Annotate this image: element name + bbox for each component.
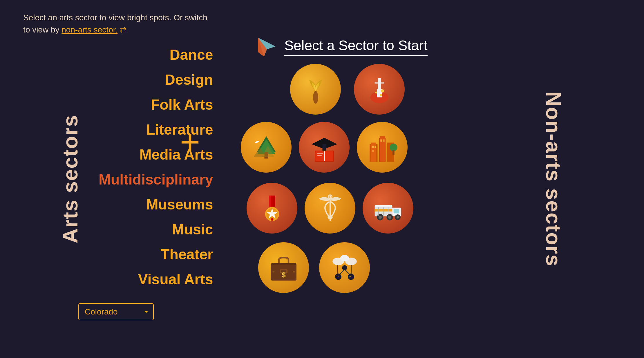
svg-point-57	[396, 216, 399, 218]
education-icon	[308, 131, 340, 163]
select-sector-panel: Select a Sector to Start	[255, 35, 428, 64]
svg-rect-30	[372, 146, 374, 148]
svg-rect-24	[317, 155, 321, 156]
svg-rect-36	[392, 150, 395, 155]
agriculture-icon	[300, 73, 332, 105]
tech-icon: 01 01	[329, 252, 361, 284]
urban-icon	[366, 131, 398, 163]
arts-sector-list: Dance Design Folk Arts Literature Media …	[99, 46, 213, 288]
svg-text:01: 01	[336, 275, 339, 278]
svg-point-71	[340, 255, 349, 261]
science-icon	[363, 73, 395, 105]
svg-rect-34	[383, 139, 385, 142]
svg-rect-39	[273, 196, 275, 207]
circle-environment[interactable]	[241, 122, 292, 173]
svg-point-55	[388, 216, 391, 219]
non-arts-sectors-label: Non-arts sectors	[542, 91, 565, 267]
sector-design[interactable]: Design	[99, 71, 213, 88]
switch-icon: ⇄	[120, 25, 126, 34]
sector-theater[interactable]: Theater	[99, 246, 213, 263]
svg-rect-32	[372, 150, 374, 152]
health-icon	[314, 192, 346, 224]
svg-point-68	[293, 270, 295, 272]
non-arts-link[interactable]: non-arts sector.	[61, 25, 117, 34]
sector-dance[interactable]: Dance	[99, 46, 213, 63]
military-icon	[256, 192, 288, 224]
circle-science[interactable]	[354, 64, 405, 115]
sector-music[interactable]: Music	[99, 221, 213, 238]
circle-agriculture[interactable]	[290, 64, 341, 115]
sector-multidisciplinary[interactable]: Multidisciplinary	[99, 171, 213, 188]
svg-rect-26	[371, 142, 376, 162]
circle-transport[interactable]	[363, 183, 413, 234]
svg-point-75	[342, 265, 347, 270]
sector-museums[interactable]: Museums	[99, 196, 213, 213]
svg-point-8	[381, 89, 384, 93]
transport-icon	[372, 192, 404, 224]
circle-urban[interactable]	[357, 122, 408, 173]
circle-military[interactable]	[247, 183, 297, 234]
environment-icon	[250, 131, 282, 163]
svg-rect-31	[375, 146, 376, 148]
circle-health[interactable]	[305, 183, 355, 234]
svg-text:01: 01	[349, 275, 353, 278]
svg-rect-33	[380, 139, 382, 142]
state-dropdown[interactable]: Colorado Alabama Alaska Arizona Arkansas…	[78, 303, 154, 320]
select-sector-title: Select a Sector to Start	[284, 37, 428, 56]
cursor-icon	[255, 35, 278, 58]
sector-folk-arts[interactable]: Folk Arts	[99, 96, 213, 113]
circle-education[interactable]	[299, 122, 350, 173]
finance-icon: $	[268, 252, 300, 284]
svg-point-53	[379, 216, 382, 219]
instruction-text: Select an arts sector to view bright spo…	[23, 12, 207, 36]
svg-point-9	[375, 91, 377, 93]
svg-point-43	[271, 218, 273, 221]
select-sector-header: Select a Sector to Start	[255, 35, 428, 58]
svg-rect-38	[269, 196, 271, 207]
plus-symbol: +	[180, 122, 200, 162]
svg-rect-3	[378, 78, 381, 89]
svg-rect-23	[317, 153, 323, 153]
arts-sectors-label: Arts sectors	[58, 115, 82, 243]
svg-text:$: $	[282, 271, 286, 279]
instruction-line1: Select an arts sector to view bright spo…	[23, 13, 207, 22]
svg-rect-51	[393, 209, 399, 213]
instruction-line2: to view by	[23, 25, 59, 34]
circle-finance[interactable]: $	[258, 242, 309, 293]
svg-point-46	[329, 216, 332, 219]
sector-visual-arts[interactable]: Visual Arts	[99, 271, 213, 288]
svg-point-2	[313, 91, 318, 104]
svg-point-10	[380, 94, 382, 96]
svg-point-67	[272, 270, 274, 272]
circle-tech[interactable]: 01 01	[319, 242, 370, 293]
